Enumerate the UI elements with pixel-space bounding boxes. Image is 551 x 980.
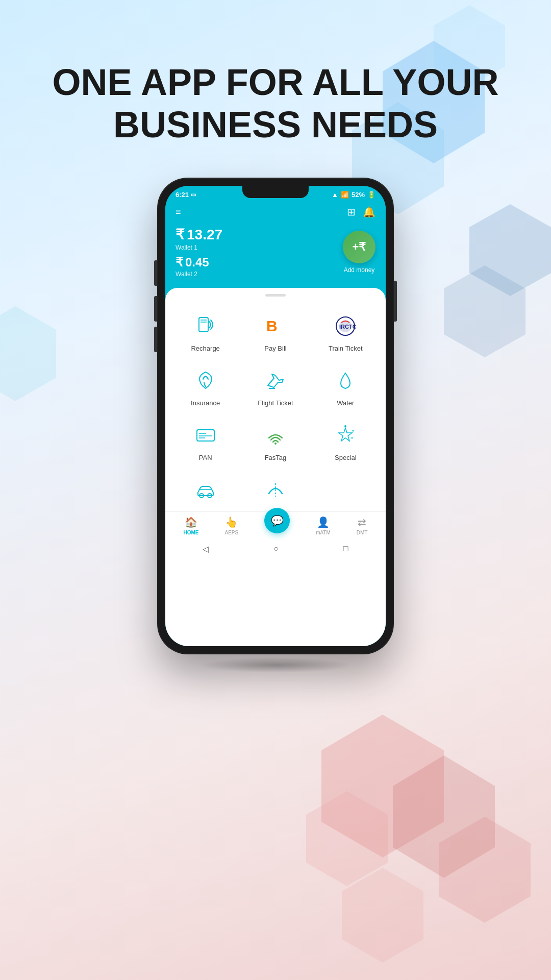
wallet-info: ₹ 13.27 Wallet 1 ₹ 0.45 Wallet 2 [176,226,222,278]
insurance-label: Insurance [191,399,220,407]
aeps-nav-icon: 👆 [225,516,238,528]
add-money-button[interactable]: +₹ Add money [343,231,375,274]
back-button[interactable]: ◁ [203,544,209,554]
wallet-section: ₹ 13.27 Wallet 1 ₹ 0.45 Wallet 2 +₹ Add … [165,226,386,288]
service-fastag[interactable]: FasTag [240,414,310,469]
nav-aeps[interactable]: 👆 AEPS [224,516,238,535]
aeps-nav-label: AEPS [224,530,238,535]
phone-mockup: 6:21 ▭ ▲ 📶 52% 🔋 ≡ ⊞ 🔔 [158,179,393,673]
app-header: ≡ ⊞ 🔔 [165,201,386,226]
svg-marker-24 [339,428,352,441]
svg-text:B: B [266,317,278,334]
pan-label: PAN [199,454,212,461]
matm-nav-label: mATM [316,530,331,535]
screen-icon: ▭ [191,191,196,198]
home-nav-icon: 🏠 [185,516,197,528]
add-money-circle: +₹ [343,231,375,263]
svg-text:IRCTC: IRCTC [339,324,357,330]
train-icon: IRCTC [331,312,360,340]
service-paybill[interactable]: B Pay Bill [240,305,310,359]
pan-icon [191,421,220,450]
phone-shadow [199,657,352,673]
home-button[interactable]: ○ [273,544,279,553]
nav-dmt[interactable]: ⇄ DMT [357,516,368,535]
svg-marker-7 [306,791,388,886]
paybill-label: Pay Bill [264,345,286,352]
service-water[interactable]: Water [311,359,381,414]
bottom-navigation: 🏠 HOME 👆 AEPS 💬 👤 mATM ⇄ [165,511,386,537]
service-insurance[interactable]: Insurance [170,359,240,414]
nav-matm[interactable]: 👤 mATM [316,516,331,535]
car-icon [191,476,220,504]
paybill-icon: B [261,312,290,340]
menu-icon[interactable]: ≡ [176,207,181,217]
svg-rect-11 [199,317,208,332]
wallet1-amount: ₹ 13.27 [176,226,222,243]
service-more2[interactable] [240,469,310,511]
fastag-icon [261,421,290,450]
train-ticket-label: Train Ticket [329,345,363,352]
svg-rect-19 [197,430,214,441]
svg-point-23 [274,443,277,445]
battery-display: 52% [352,191,365,199]
svg-marker-10 [0,306,56,401]
bell-icon[interactable]: 🔔 [363,206,375,218]
service-pan[interactable]: PAN [170,414,240,469]
nav-fab-button[interactable]: 💬 [264,508,290,533]
service-flight-ticket[interactable]: Flight Ticket [240,359,310,414]
special-label: Special [335,454,357,461]
add-money-label: Add money [344,266,375,274]
svg-point-25 [344,425,346,427]
svg-marker-4 [444,265,525,357]
drag-handle [265,294,286,297]
service-special[interactable]: Special [311,414,381,469]
currency1: ₹ [176,226,185,243]
wifi-icon: 📶 [341,191,349,199]
grid-icon[interactable]: ⊞ [347,206,356,218]
water-icon [331,366,360,395]
recharge-label: Recharge [191,345,219,352]
recharge-icon [191,312,220,340]
fastag-label: FasTag [265,454,287,461]
svg-marker-3 [469,204,551,296]
arc-icon [261,476,290,504]
svg-marker-6 [393,755,495,878]
water-label: Water [337,399,354,407]
wallet1-label: Wallet 1 [176,244,222,251]
insurance-icon [191,366,220,395]
home-nav-label: HOME [183,530,198,535]
service-recharge[interactable]: Recharge [170,305,240,359]
battery-icon: 🔋 [367,191,375,199]
nav-home[interactable]: 🏠 HOME [183,516,198,535]
matm-nav-icon: 👤 [317,516,330,528]
system-navigation: ◁ ○ □ [165,537,386,560]
phone-notch [242,186,309,198]
dmt-nav-icon: ⇄ [358,516,366,528]
time-display: 6:21 [176,191,189,199]
flight-ticket-label: Flight Ticket [258,399,293,407]
dmt-nav-label: DMT [357,530,368,535]
svg-marker-5 [321,715,444,857]
svg-marker-9 [342,868,423,963]
flight-icon [261,366,290,395]
signal-icon: ▲ [332,191,338,199]
service-train-ticket[interactable]: IRCTC Train Ticket [311,305,381,359]
services-card: Recharge B Pay Bill [165,288,386,646]
wallet2-amount: ₹ 0.45 [176,255,222,270]
services-grid: Recharge B Pay Bill [165,305,386,511]
special-icon [331,421,360,450]
currency2: ₹ [176,255,183,270]
service-more1[interactable] [170,469,240,511]
headline: ONE APP FOR ALL YOUR BUSINESS NEEDS [0,61,551,146]
wallet2-label: Wallet 2 [176,271,222,278]
svg-point-26 [353,430,354,432]
fab-icon: 💬 [271,514,284,527]
svg-marker-8 [439,817,531,923]
svg-point-27 [352,437,353,439]
recent-button[interactable]: □ [343,544,348,553]
